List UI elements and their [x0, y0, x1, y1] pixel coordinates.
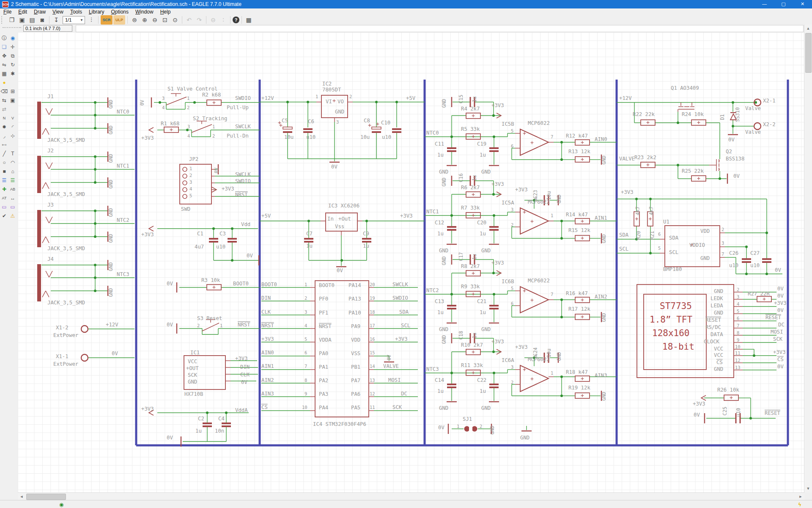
menu-item-window[interactable]: Window	[132, 8, 157, 15]
miter-tool[interactable]: ◜	[8, 123, 17, 131]
gateswap-tool[interactable]: ⇄	[0, 105, 8, 113]
menu-item-view[interactable]: View	[49, 8, 67, 15]
menu-item-file[interactable]: File	[0, 8, 15, 15]
drop-marker-button[interactable]: ↧	[52, 16, 61, 24]
frame2-tool[interactable]: ▭	[8, 203, 17, 211]
display-tool[interactable]: ❏	[0, 43, 8, 51]
svg-text:10u: 10u	[546, 349, 552, 358]
sheet-list-button[interactable]: ⫶	[87, 16, 96, 24]
svg-text:MCP6022: MCP6022	[528, 120, 550, 126]
bus-tool[interactable]: ☰	[0, 176, 8, 185]
schematic-canvas[interactable]: J1JACK_3,5_SMDJ2JACK_3,5_SMDJ3JACK_3,5_S…	[18, 32, 804, 492]
split-tool[interactable]: ◞	[0, 132, 8, 140]
horizontal-scrollbar[interactable]: ◄ ►	[18, 492, 804, 500]
vertical-scrollbar[interactable]: ▲ ▼	[804, 25, 812, 492]
run-script-button[interactable]: SCR	[101, 15, 112, 25]
vscroll-thumb[interactable]	[805, 33, 812, 73]
erc-tool[interactable]: ✔	[0, 212, 8, 220]
scroll-left-arrow[interactable]: ◄	[18, 493, 25, 500]
svg-text:VDDA: VDDA	[319, 337, 332, 343]
svg-text:PA3: PA3	[319, 391, 328, 397]
svg-text:C21: C21	[477, 298, 486, 304]
svg-text:2: 2	[721, 227, 724, 232]
add-part-tool[interactable]: ⊞	[8, 87, 17, 96]
scroll-down-arrow[interactable]: ▼	[804, 485, 812, 492]
menu-bar: FileEditDrawViewToolsLibraryOptionsWindo…	[0, 8, 812, 15]
mark-tool[interactable]: ✛	[8, 43, 17, 51]
replace-tool[interactable]: ▣	[8, 96, 17, 105]
svg-text:R15 12k: R15 12k	[568, 227, 590, 233]
close-button[interactable]: ✕	[793, 0, 812, 8]
menu-item-tools[interactable]: Tools	[67, 8, 85, 15]
menu-item-draw[interactable]: Draw	[30, 8, 49, 15]
change-tool[interactable]: ✱	[8, 69, 17, 78]
info-tool[interactable]: ⓘ	[0, 34, 8, 42]
net-tool[interactable]: ☰	[8, 176, 17, 185]
delete-tool[interactable]: ⌫	[0, 87, 8, 96]
svg-text:+3V3: +3V3	[515, 344, 528, 350]
svg-text:+3V3: +3V3	[141, 406, 154, 412]
zoom-redraw-button[interactable]: ⊙	[170, 16, 180, 24]
redo-button[interactable]: ↷	[195, 16, 204, 24]
menu-item-library[interactable]: Library	[85, 8, 108, 15]
save-button[interactable]: ▣	[17, 16, 27, 24]
wire-tool[interactable]: ╱	[0, 149, 8, 158]
dru-lightning-icon[interactable]: ϟ	[798, 502, 801, 508]
name-tool[interactable]: N	[0, 114, 8, 122]
maximize-button[interactable]: ▢	[774, 0, 793, 8]
arc-tool[interactable]: ◠	[8, 158, 17, 167]
open-button[interactable]: ❐	[7, 16, 16, 24]
run-ulp-button[interactable]: ULP	[113, 15, 125, 25]
spare3-tool[interactable]	[8, 141, 17, 149]
text-tool[interactable]: T	[8, 149, 17, 158]
svg-text:C24: C24	[532, 348, 538, 356]
copy-tool[interactable]: ⧉	[8, 52, 17, 60]
spare2-tool[interactable]	[8, 105, 17, 113]
zoom-in-button[interactable]: ⊕	[140, 16, 149, 24]
stop-button[interactable]: ⊝	[208, 16, 218, 24]
menu-item-help[interactable]: Help	[157, 8, 174, 15]
svg-text:VSS: VSS	[351, 351, 360, 356]
frame-tool[interactable]: ▭	[0, 203, 8, 211]
scroll-up-arrow[interactable]: ▲	[804, 25, 812, 32]
go-button[interactable]: ∶	[219, 16, 228, 24]
menu-item-edit[interactable]: Edit	[15, 8, 30, 15]
export-image-button[interactable]: ◙	[38, 16, 47, 24]
undo-button[interactable]: ↶	[184, 16, 194, 24]
attribute-tool[interactable]: AT	[0, 194, 8, 202]
pinswap-tool[interactable]: ⇆	[0, 96, 8, 105]
rect-tool[interactable]: ■	[0, 167, 8, 176]
zoom-out-button[interactable]: ⊖	[150, 16, 159, 24]
spare-tool[interactable]	[8, 78, 17, 87]
scroll-right-arrow[interactable]: ►	[797, 493, 804, 500]
smash-tool[interactable]: ✸	[0, 123, 8, 131]
rotate-tool[interactable]: ↻	[8, 61, 17, 69]
label-tool[interactable]: AB	[8, 185, 17, 193]
group-tool[interactable]: ▦	[0, 69, 8, 78]
invoke-tool[interactable]: ⊷	[0, 141, 8, 149]
command-line-input[interactable]	[76, 25, 804, 32]
mirror-tool[interactable]: ⇋	[0, 61, 8, 69]
move-tool[interactable]: ✥	[0, 52, 8, 60]
errors-tool[interactable]: ⚠	[8, 212, 17, 220]
dimension2-tool[interactable]: ↔	[8, 194, 17, 202]
svg-text:S1 Valve Control: S1 Valve Control	[167, 86, 217, 92]
print-button[interactable]: ▤	[27, 16, 37, 24]
paste-tool[interactable]: ●	[0, 78, 8, 87]
dimension-tool[interactable]: ⊹	[8, 132, 17, 140]
help-button[interactable]: ?	[233, 17, 239, 23]
zoom-select-button[interactable]: ⊡	[160, 16, 170, 24]
svg-text:DATA: DATA	[710, 331, 723, 337]
polygon-tool[interactable]: ⌂	[8, 167, 17, 176]
grid-button[interactable]: ▦	[244, 16, 253, 24]
hscroll-thumb[interactable]	[26, 494, 66, 500]
svg-text:1u: 1u	[472, 97, 477, 102]
menu-item-options[interactable]: Options	[108, 8, 132, 15]
zoom-fit-button[interactable]: ⊜	[130, 16, 139, 24]
sheet-selector[interactable]: 1/1▼	[63, 16, 85, 24]
circle-tool[interactable]: ○	[0, 158, 8, 167]
minimize-button[interactable]: —	[755, 0, 774, 8]
junction-tool[interactable]: ✚	[0, 185, 8, 193]
value-tool[interactable]: V	[8, 114, 17, 122]
show-tool[interactable]: ◉	[8, 34, 17, 42]
